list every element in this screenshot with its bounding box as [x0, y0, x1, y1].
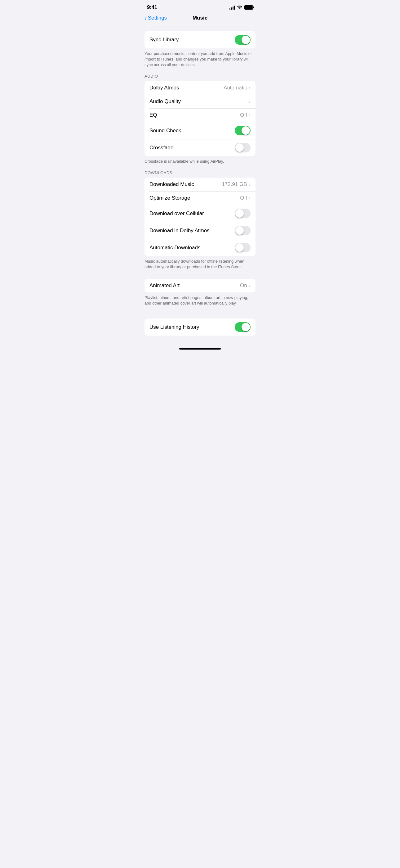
optimize-storage-label: Optimize Storage [149, 195, 190, 201]
eq-label: EQ [149, 112, 157, 118]
dolby-atmos-value: Automatic [224, 85, 247, 91]
animated-art-row[interactable]: Animated Art On › [144, 279, 256, 292]
back-chevron-icon: ‹ [144, 15, 147, 21]
automatic-downloads-label: Automatic Downloads [149, 245, 200, 251]
animated-art-card: Animated Art On › [144, 279, 256, 292]
crossfade-row[interactable]: Crossfade [144, 139, 256, 156]
animated-art-chevron-icon: › [249, 283, 251, 288]
use-listening-history-card: Use Listening History [144, 318, 256, 336]
home-indicator-bar [179, 348, 221, 349]
downloads-section: DOWNLOADS Downloaded Music 172.91 GB › O… [139, 164, 261, 270]
wifi-icon [237, 5, 242, 10]
sync-library-card: Sync Library [144, 31, 256, 49]
download-cellular-toggle[interactable] [235, 209, 251, 218]
download-cellular-row[interactable]: Download over Cellular [144, 205, 256, 222]
status-time: 9:41 [147, 4, 157, 10]
audio-quality-label: Audio Quality [149, 98, 181, 104]
signal-icon [229, 5, 235, 10]
automatic-downloads-toggle[interactable] [235, 243, 251, 252]
use-listening-history-row[interactable]: Use Listening History [144, 318, 256, 336]
battery-icon [244, 5, 253, 10]
dolby-atmos-label: Dolby Atmos [149, 85, 179, 91]
audio-quality-chevron-icon: › [249, 99, 251, 104]
downloaded-music-chevron-icon: › [249, 182, 251, 187]
downloaded-music-value: 172.91 GB [222, 181, 247, 187]
downloads-footer: Music automatically downloads for offlin… [139, 256, 261, 270]
crossfade-label: Crossfade [149, 145, 173, 151]
downloaded-music-label: Downloaded Music [149, 181, 194, 187]
eq-chevron-icon: › [249, 113, 251, 118]
optimize-storage-value: Off [240, 195, 247, 201]
sync-library-label: Sync Library [149, 37, 178, 43]
dolby-atmos-row[interactable]: Dolby Atmos Automatic › [144, 81, 256, 95]
downloaded-music-row[interactable]: Downloaded Music 172.91 GB › [144, 178, 256, 191]
animated-art-label: Animated Art [149, 282, 179, 289]
use-listening-history-toggle[interactable] [235, 322, 251, 332]
status-icons [229, 5, 253, 10]
audio-footer: Crossfade is unavailable while using Air… [139, 156, 261, 164]
dolby-atmos-chevron-icon: › [249, 85, 251, 91]
sync-library-toggle[interactable] [235, 35, 251, 45]
downloads-card: Downloaded Music 172.91 GB › Optimize St… [144, 178, 256, 256]
automatic-downloads-row[interactable]: Automatic Downloads [144, 239, 256, 256]
use-listening-history-label: Use Listening History [149, 324, 199, 330]
nav-bar: ‹ Settings Music [139, 12, 261, 25]
audio-header: AUDIO [139, 74, 261, 81]
download-dolby-label: Download in Dolby Atmos [149, 227, 210, 234]
sound-check-label: Sound Check [149, 128, 181, 134]
eq-row[interactable]: EQ Off › [144, 108, 256, 122]
page-title: Music [193, 15, 207, 21]
audio-section: AUDIO Dolby Atmos Automatic › Audio Qual… [139, 68, 261, 164]
download-cellular-label: Download over Cellular [149, 211, 204, 217]
audio-quality-row[interactable]: Audio Quality › [144, 95, 256, 108]
optimize-storage-row[interactable]: Optimize Storage Off › [144, 191, 256, 205]
sync-library-row[interactable]: Sync Library [144, 31, 256, 49]
eq-value: Off [240, 112, 247, 118]
downloads-header: DOWNLOADS [139, 170, 261, 178]
download-dolby-row[interactable]: Download in Dolby Atmos [144, 222, 256, 239]
back-button[interactable]: ‹ Settings [144, 15, 167, 21]
audio-card: Dolby Atmos Automatic › Audio Quality › … [144, 81, 256, 156]
sync-library-section: Sync Library Your purchased music, conte… [139, 25, 261, 68]
optimize-storage-chevron-icon: › [249, 195, 251, 201]
back-label: Settings [148, 15, 167, 21]
animated-art-footer: Playlist, album, and artist pages, album… [139, 292, 261, 306]
status-bar: 9:41 [139, 0, 261, 12]
download-dolby-toggle[interactable] [235, 226, 251, 235]
home-indicator [139, 343, 261, 352]
sync-library-footer: Your purchased music, content you add fr… [139, 49, 261, 68]
animated-art-value: On [240, 282, 247, 289]
sound-check-row[interactable]: Sound Check [144, 122, 256, 139]
crossfade-toggle[interactable] [235, 143, 251, 152]
animated-art-section: Animated Art On › Playlist, album, and a… [139, 270, 261, 312]
sound-check-toggle[interactable] [235, 126, 251, 135]
